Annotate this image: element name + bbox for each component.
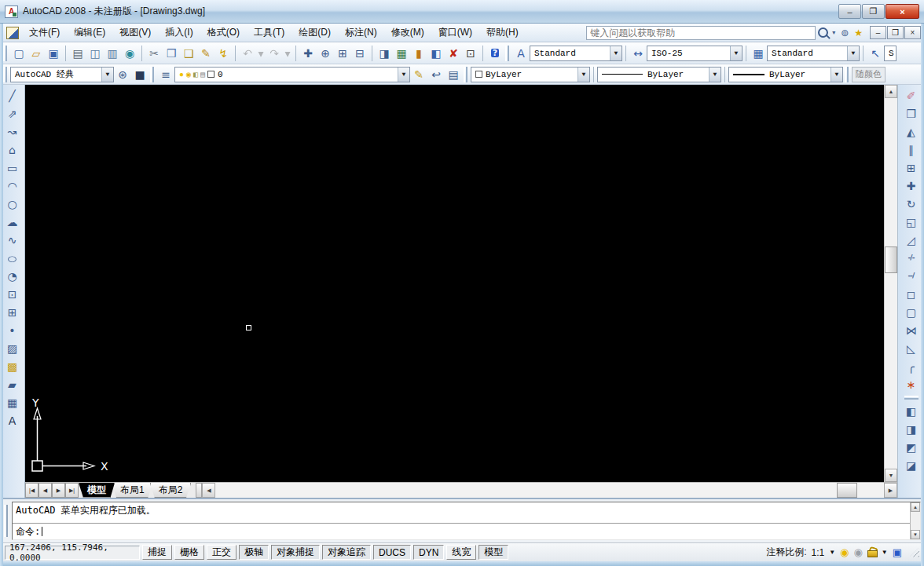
toggle-lineweight[interactable]: 线宽 — [446, 545, 476, 560]
command-input[interactable]: 命令: — [13, 524, 910, 539]
open-button[interactable]: ▱ — [28, 45, 45, 62]
zoom-previous-button[interactable]: ⊟ — [351, 45, 368, 62]
toggle-model-space[interactable]: 模型 — [478, 545, 508, 560]
undo-list-button[interactable]: ▾ — [256, 45, 266, 62]
menu-item-modify[interactable]: 修改(M) — [384, 24, 431, 42]
combo-dropdown-icon[interactable]: ▼ — [578, 68, 589, 82]
match-properties-button[interactable]: ✎ — [197, 45, 214, 62]
menu-item-draw[interactable]: 绘图(D) — [292, 24, 338, 42]
fillet-button[interactable]: ╭ — [902, 357, 921, 375]
minimize-button[interactable]: – — [838, 4, 861, 19]
mdi-restore-button[interactable]: ❐ — [887, 26, 904, 39]
polygon-button[interactable]: ⌂ — [3, 141, 22, 159]
menu-item-help[interactable]: 帮助(H) — [479, 24, 526, 42]
send-under-objects-button[interactable]: ◪ — [902, 456, 921, 474]
horizontal-scrollbar[interactable]: ◀ ▶ — [202, 483, 897, 498]
bring-to-front-button[interactable]: ◧ — [902, 402, 921, 420]
layer-states-manager-button[interactable]: ▤ — [445, 66, 462, 83]
toolbar-grip[interactable] — [150, 67, 154, 82]
close-button[interactable]: × — [886, 4, 919, 19]
multileader-style-button[interactable]: ↖ — [867, 45, 884, 62]
properties-button[interactable]: ◨ — [376, 45, 393, 62]
scroll-right-icon[interactable]: ▶ — [884, 483, 897, 498]
combo-dropdown-icon[interactable]: ▼ — [398, 68, 409, 82]
drawing-canvas[interactable]: Y X — [25, 85, 884, 482]
vertical-scrollbar[interactable]: ▲ ▼ — [884, 85, 897, 482]
construction-line-button[interactable]: ⇗ — [3, 104, 22, 122]
menu-item-edit[interactable]: 编辑(E) — [67, 24, 112, 42]
toggle-ortho[interactable]: 正交 — [207, 545, 236, 560]
annotation-scale-dropdown-icon[interactable]: ▼ — [829, 549, 835, 556]
annotation-autoscale-icon[interactable]: ◉ — [853, 546, 862, 558]
ellipse-button[interactable]: ○ — [3, 249, 22, 267]
help-button[interactable]: ? — [486, 45, 504, 62]
drawing-system-menu-icon[interactable] — [6, 27, 19, 39]
horizontal-scroll-thumb[interactable] — [837, 483, 857, 498]
block-editor-button[interactable]: ↯ — [214, 45, 232, 62]
gradient-button[interactable]: ▩ — [3, 357, 22, 375]
paste-button[interactable]: ❑ — [180, 45, 197, 62]
next-tab-button[interactable]: ▶ — [52, 483, 65, 498]
ellipse-arc-button[interactable]: ◔ — [3, 267, 22, 285]
explode-button[interactable]: ∗ — [902, 375, 921, 393]
move-button[interactable]: ✚ — [902, 177, 921, 195]
toggle-dyn[interactable]: DYN — [413, 545, 444, 560]
table-style-button[interactable]: ▦ — [750, 45, 767, 62]
send-to-back-button[interactable]: ◨ — [902, 420, 921, 438]
combo-dropdown-icon[interactable]: ▼ — [730, 46, 742, 60]
text-style-combo[interactable]: Standard ▼ — [530, 46, 622, 61]
tab-layout2[interactable]: 布局2 — [150, 483, 192, 498]
save-button[interactable]: ▣ — [45, 45, 62, 62]
tool-palettes-button[interactable]: ▮ — [410, 45, 427, 62]
quickcalc-button[interactable]: ⊡ — [462, 45, 479, 62]
color-combo[interactable]: ByLayer ▼ — [471, 67, 590, 82]
designcenter-button[interactable]: ▦ — [393, 45, 410, 62]
menu-item-view[interactable]: 视图(V) — [112, 24, 158, 42]
stretch-button[interactable]: ◿ — [902, 231, 921, 249]
circle-button[interactable]: ○ — [3, 195, 22, 213]
copy-clip-button[interactable]: ❒ — [163, 45, 180, 62]
break-button[interactable]: ▢ — [902, 303, 921, 321]
clean-screen-icon[interactable]: ▣ — [893, 546, 902, 558]
coordinate-readout[interactable]: 167.2406, 115.7946, 0.0000 — [5, 546, 140, 560]
annotation-lock-dropdown-icon[interactable]: ▼ — [882, 549, 888, 556]
last-tab-button[interactable]: ▶| — [65, 483, 79, 498]
toggle-polar[interactable]: 极轴 — [239, 545, 269, 560]
trim-button[interactable]: -/- — [902, 249, 921, 267]
scale-button[interactable]: ◱ — [902, 213, 921, 231]
plot-preview-button[interactable]: ◫ — [86, 45, 104, 62]
command-history[interactable]: AutoCAD 菜单实用程序已加载。 — [13, 502, 910, 524]
resize-grip[interactable] — [910, 548, 919, 557]
scroll-down-icon[interactable]: ▼ — [885, 469, 897, 482]
revision-cloud-button[interactable]: ☁ — [3, 213, 22, 231]
combo-dropdown-icon[interactable]: ▼ — [847, 46, 859, 60]
offset-button[interactable]: ∥ — [902, 141, 921, 159]
spline-button[interactable]: ∿ — [3, 231, 22, 249]
prev-tab-button[interactable]: ◀ — [38, 483, 52, 498]
tab-layout1[interactable]: 布局1 — [112, 483, 153, 498]
toolbar-grip[interactable] — [904, 396, 918, 400]
new-button[interactable]: ▢ — [10, 45, 28, 62]
chamfer-button[interactable]: ◺ — [902, 339, 921, 357]
redo-button[interactable]: ↷ — [266, 45, 283, 62]
make-block-button[interactable]: ⊞ — [3, 303, 22, 321]
markup-set-manager-button[interactable]: ✘ — [445, 45, 462, 62]
insert-block-button[interactable]: ⊡ — [3, 285, 22, 303]
help-search-input[interactable] — [586, 26, 816, 40]
redo-list-button[interactable]: ▾ — [283, 45, 292, 62]
annotation-lock-icon[interactable] — [867, 547, 877, 557]
favorites-star-icon[interactable]: ★ — [852, 27, 864, 38]
command-scrollbar[interactable]: ▲ ▼ — [910, 502, 920, 539]
zoom-realtime-button[interactable]: ⊕ — [317, 45, 334, 62]
toolbar-grip[interactable] — [505, 46, 509, 61]
cut-button[interactable]: ✂ — [145, 45, 163, 62]
extend-button[interactable]: --/ — [902, 267, 921, 285]
toolbar-grip[interactable] — [3, 67, 7, 82]
first-tab-button[interactable]: |◀ — [25, 483, 38, 498]
menu-item-dimension[interactable]: 标注(N) — [338, 24, 384, 42]
rectangle-button[interactable]: ▭ — [3, 159, 22, 177]
scroll-up-icon[interactable]: ▲ — [885, 85, 897, 98]
annotation-scale-value[interactable]: 1:1 — [811, 547, 824, 558]
horizontal-scroll-track[interactable] — [215, 483, 884, 498]
layer-properties-manager-button[interactable]: ≡ — [157, 66, 174, 83]
